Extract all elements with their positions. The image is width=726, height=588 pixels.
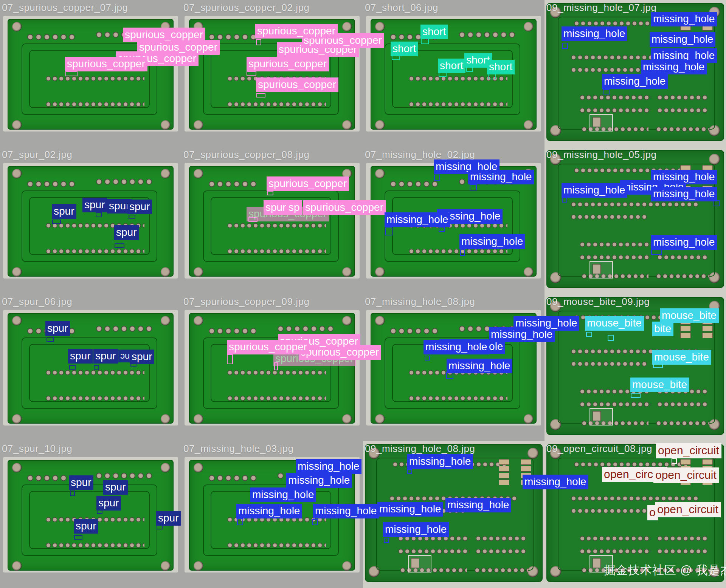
bbox-outline (256, 93, 265, 97)
defect-label: missing_hole (296, 459, 361, 474)
defect-label: spur (74, 519, 98, 534)
defect-label: missing_hole (459, 234, 525, 249)
defect-label: missing_hole (383, 522, 449, 537)
pad-cluster (208, 474, 257, 482)
pad-row (475, 548, 527, 555)
defect-label: short (438, 59, 465, 73)
smd-component (521, 466, 531, 472)
bbox-outline (256, 39, 261, 45)
defect-label: spurious_copper (256, 77, 338, 92)
defect-label: missing_hole (651, 235, 717, 250)
bbox-outline (586, 332, 592, 337)
pad-row (657, 401, 709, 408)
defect-label: spurious_copper (65, 57, 147, 71)
mounting-hole (161, 414, 171, 424)
defect-label: missing_hole (562, 26, 627, 41)
pcb-photo (182, 294, 363, 441)
defect-label: missing_hole (407, 454, 473, 469)
grid-cell: 09_missing_hole_05.jpgmissing_holemissin… (544, 147, 726, 294)
mounting-hole (194, 414, 203, 424)
mounting-hole (342, 22, 352, 32)
bbox-outline (52, 220, 61, 224)
mounting-hole (342, 414, 352, 424)
mounting-hole (12, 267, 22, 277)
defect-label: spurious_copper (255, 24, 338, 39)
defect-label: missing_hole (424, 340, 489, 354)
mounting-hole (194, 169, 203, 179)
annotation-grid: 掘金技术社区 @ 我是杰尼 07_spurious_copper_07.jpgs… (0, 0, 726, 588)
bbox-outline (562, 197, 567, 203)
bbox-outline (312, 519, 318, 525)
image-filename: 07_spurious_copper_02.jpg (183, 2, 309, 14)
defect-label: spurious_copper (267, 176, 349, 191)
bbox-outline (434, 175, 440, 181)
defect-label: spur (93, 349, 118, 364)
pad-row (474, 567, 528, 574)
pad-row (45, 76, 144, 82)
defect-label: missing_hole (313, 504, 379, 518)
defect-label: spur (52, 204, 76, 219)
defect-label: spur (45, 321, 70, 336)
defect-label: missing_hole (641, 60, 707, 74)
grid-cell: 07_missing_hole_02.jpgmissing_holemissin… (363, 147, 544, 294)
defect-label: short (391, 42, 418, 56)
pad-row (579, 107, 651, 114)
pad-row (579, 254, 651, 261)
pad-row (408, 101, 507, 108)
pad-cluster (26, 33, 76, 41)
defect-label: spur (96, 496, 121, 511)
pcb-photo (0, 0, 182, 147)
pad-row (475, 535, 527, 542)
bbox-outline (651, 249, 662, 255)
pcb-board (8, 166, 174, 277)
pad-row (657, 254, 709, 261)
ic-die (593, 117, 601, 127)
bbox-outline (608, 335, 614, 341)
ic-component (408, 555, 431, 573)
bbox-outline (227, 354, 233, 364)
defect-label: missing_hole (602, 74, 668, 89)
mounting-hole (12, 414, 22, 424)
defect-label: spur (82, 198, 107, 212)
defect-label: open_circuit (656, 443, 721, 458)
pad-cluster (458, 31, 515, 39)
pad-row (45, 101, 144, 108)
pad-row (227, 370, 326, 376)
smd-component (521, 459, 531, 465)
mounting-hole (524, 414, 534, 424)
defect-label: mouse_bite (585, 316, 644, 331)
defect-label: missing_hole (651, 170, 717, 184)
grid-cell: 09_missing_hole_08.jpgmissing_holemissin… (363, 441, 544, 588)
grid-cell: 07_spurious_copper_02.jpgspurious_copper… (182, 0, 363, 147)
image-filename: 07_spur_10.jpg (2, 443, 72, 455)
defect-label: sp (287, 200, 302, 215)
pad-cluster (95, 325, 152, 333)
pad-row (579, 401, 651, 408)
bbox-outline (94, 365, 99, 370)
mounting-hole (342, 316, 352, 326)
grid-cell: 07_spur_10.jpgspurspurspurspurspur (0, 441, 182, 588)
image-filename: 07_missing_hole_02.jpg (365, 149, 475, 161)
bbox-outline (407, 469, 412, 474)
bbox-outline (70, 491, 75, 496)
pcb-photo (0, 294, 182, 441)
image-filename: 09_missing_hole_05.jpg (546, 149, 656, 161)
mounting-hole (12, 22, 22, 32)
pad-cluster (277, 325, 334, 333)
defect-label: short (420, 25, 448, 39)
image-filename: 07_short_06.jpg (365, 2, 438, 14)
bbox-outline (385, 227, 392, 235)
defect-label: missing_hole (377, 502, 443, 517)
pad-row (227, 101, 326, 108)
pad-row (571, 508, 648, 514)
ic-die (593, 411, 601, 421)
mounting-hole (375, 267, 385, 277)
pad-row (45, 395, 144, 402)
smd-component (499, 480, 509, 485)
bbox-outline (631, 393, 641, 398)
grid-cell: 07_spurious_copper_08.jpgspurious_copper… (182, 147, 363, 294)
defect-label: mouse_bite (652, 350, 711, 365)
smd-component (680, 326, 691, 331)
smd-component (680, 459, 691, 465)
pcb-photo (544, 147, 726, 294)
